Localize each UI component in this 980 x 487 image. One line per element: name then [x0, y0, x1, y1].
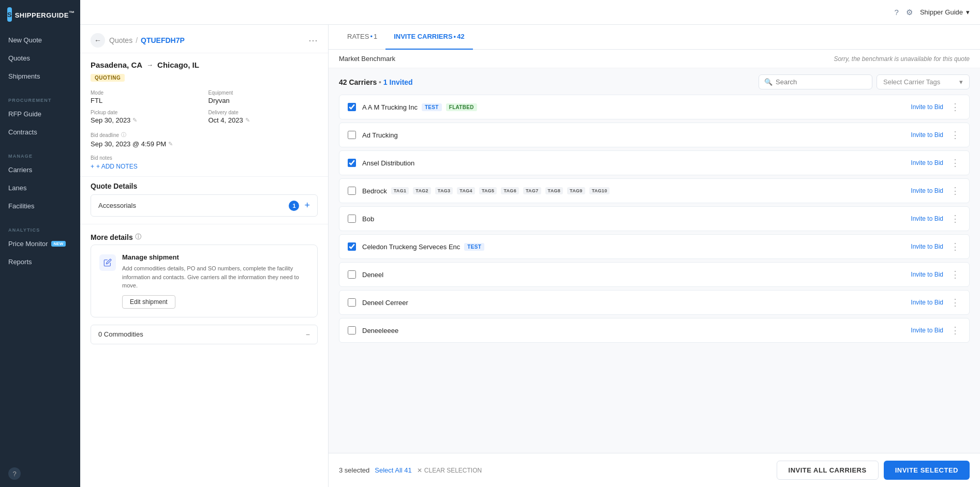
app-logo-text: SHIPPERGUIDE™ — [15, 10, 75, 19]
invite-to-bid-button[interactable]: Invite to Bid — [911, 159, 943, 166]
nav-procurement-section: PROCUREMENT RFP Guide Contracts — [0, 88, 80, 144]
invite-to-bid-button[interactable]: Invite to Bid — [911, 299, 943, 306]
user-menu[interactable]: Shipper Guide ▾ — [920, 8, 970, 16]
carrier-checkbox[interactable] — [348, 270, 356, 279]
bottom-actions: INVITE ALL CARRIERS INVITE SELECTED — [777, 461, 970, 480]
carrier-more-button[interactable]: ⋮ — [949, 129, 961, 141]
carrier-tags-dropdown[interactable]: Select Carrier Tags ▾ — [877, 74, 970, 89]
user-name: Shipper Guide — [920, 8, 963, 16]
sidebar-item-reports[interactable]: Reports — [0, 253, 80, 271]
breadcrumb: Quotes / QTUEFDH7P — [109, 36, 185, 44]
bid-deadline-label: Bid deadline ⓘ — [91, 131, 126, 139]
benchmark-unavailable-text: Sorry, the benchmark is unavailable for … — [834, 55, 970, 63]
invite-all-carriers-button[interactable]: INVITE ALL CARRIERS — [777, 461, 879, 480]
carrier-more-button[interactable]: ⋮ — [949, 297, 961, 308]
search-input[interactable] — [776, 78, 867, 86]
delivery-label: Delivery date — [209, 110, 318, 115]
sidebar-item-price-monitor[interactable]: Price Monitor NEW — [0, 235, 80, 253]
carrier-checkbox[interactable] — [348, 187, 356, 195]
quote-more-button[interactable]: ⋯ — [308, 35, 318, 46]
invite-to-bid-button[interactable]: Invite to Bid — [911, 187, 943, 194]
carrier-checkbox[interactable] — [348, 326, 356, 334]
carrier-tag-generic: TAG1 — [391, 187, 409, 194]
search-box[interactable]: 🔍 — [759, 74, 872, 89]
tab-rates[interactable]: RATES • 1 — [339, 25, 385, 50]
carrier-more-button[interactable]: ⋮ — [949, 269, 961, 280]
invite-to-bid-button[interactable]: Invite to Bid — [911, 271, 943, 278]
nav-analytics-label: ANALYTICS — [0, 221, 80, 235]
carrier-more-button[interactable]: ⋮ — [949, 241, 961, 252]
select-all-button[interactable]: Select All 41 — [375, 466, 412, 474]
invite-to-bid-button[interactable]: Invite to Bid — [911, 215, 943, 222]
tab-rates-label: RATES — [347, 33, 369, 40]
nav-manage-section: MANAGE Carriers Lanes Facilities — [0, 144, 80, 218]
accessorials-count: 1 — [289, 201, 299, 211]
invite-to-bid-button[interactable]: Invite to Bid — [911, 103, 943, 111]
pencil-icon — [99, 254, 116, 271]
invite-selected-button[interactable]: INVITE SELECTED — [884, 461, 970, 480]
sidebar-item-quotes[interactable]: Quotes — [0, 49, 80, 67]
invite-to-bid-button[interactable]: Invite to Bid — [911, 243, 943, 250]
sidebar-item-shipments[interactable]: Shipments — [0, 67, 80, 85]
invite-to-bid-button[interactable]: Invite to Bid — [911, 327, 943, 334]
invite-to-bid-button[interactable]: Invite to Bid — [911, 131, 943, 139]
breadcrumb-parent[interactable]: Quotes — [109, 36, 132, 44]
carrier-checkbox[interactable] — [348, 131, 356, 139]
carrier-checkbox[interactable] — [348, 242, 356, 251]
bid-deadline-edit-icon[interactable]: ✎ — [168, 141, 173, 147]
carrier-name: BedrockTAG1TAG2TAG3TAG4TAG5TAG6TAG7TAG8T… — [362, 187, 904, 195]
sidebar-bottom: ? — [0, 460, 80, 487]
equipment-detail: Equipment Dryvan — [209, 90, 318, 104]
carrier-name: A A M Trucking IncTESTFLATBED — [362, 103, 904, 111]
carrier-list: A A M Trucking IncTESTFLATBEDInvite to B… — [329, 95, 980, 453]
sidebar-item-new-quote[interactable]: New Quote — [0, 31, 80, 49]
main-area: ? ⚙ Shipper Guide ▾ ← Quotes / QTUEFDH7P… — [80, 0, 980, 487]
add-notes-button[interactable]: + + ADD NOTES — [91, 163, 318, 170]
settings-icon[interactable]: ⚙ — [906, 8, 913, 17]
accessorials-add-button[interactable]: + — [304, 200, 310, 211]
clear-x-icon: ✕ — [417, 467, 422, 474]
carrier-checkbox[interactable] — [348, 215, 356, 223]
tags-dropdown-chevron-icon: ▾ — [959, 78, 963, 86]
sidebar-item-contracts[interactable]: Contracts — [0, 123, 80, 141]
carrier-checkbox[interactable] — [348, 103, 356, 111]
edit-shipment-button[interactable]: Edit shipment — [122, 295, 175, 309]
sidebar: S SHIPPERGUIDE™ New Quote Quotes Shipmen… — [0, 0, 80, 487]
app-logo-icon: S — [7, 7, 12, 22]
sidebar-item-carriers[interactable]: Carriers — [0, 161, 80, 179]
mode-value: FTL — [91, 97, 200, 104]
breadcrumb-separator: / — [136, 36, 138, 44]
sidebar-item-rfp-guide[interactable]: RFP Guide — [0, 105, 80, 123]
carrier-more-button[interactable]: ⋮ — [949, 325, 961, 336]
tab-rates-count: 1 — [374, 33, 377, 40]
carrier-more-button[interactable]: ⋮ — [949, 213, 961, 224]
content-area: ← Quotes / QTUEFDH7P ⋯ Pasadena, CA → Ch… — [80, 25, 980, 487]
help-topbar-icon[interactable]: ? — [895, 8, 899, 17]
sidebar-item-facilities[interactable]: Facilities — [0, 197, 80, 215]
carrier-more-button[interactable]: ⋮ — [949, 101, 961, 113]
carriers-header: 42 Carriers • 1 Invited 🔍 Select Carrier… — [329, 68, 980, 95]
carrier-more-button[interactable]: ⋮ — [949, 185, 961, 196]
carriers-filters: 🔍 Select Carrier Tags ▾ — [759, 74, 970, 89]
carrier-name: Bob — [362, 215, 904, 223]
carrier-checkbox[interactable] — [348, 159, 356, 167]
benchmark-label: Market Benchmark — [339, 55, 395, 63]
back-button[interactable]: ← — [91, 33, 105, 48]
equipment-label: Equipment — [209, 90, 318, 96]
carrier-checkbox[interactable] — [348, 298, 356, 307]
manage-shipment-body: Add commodities details, PO and SO numbe… — [122, 264, 309, 290]
carrier-tag-flatbed: FLATBED — [446, 103, 477, 111]
help-icon[interactable]: ? — [8, 467, 21, 480]
commodities-collapse-button[interactable]: − — [306, 330, 310, 339]
clear-selection-button[interactable]: ✕ CLEAR SELECTION — [417, 467, 482, 474]
tab-invite-carriers[interactable]: INVITE CARRIERS • 42 — [385, 25, 472, 50]
pickup-edit-icon[interactable]: ✎ — [132, 117, 137, 124]
carrier-tag-test: TEST — [464, 243, 484, 251]
delivery-edit-icon[interactable]: ✎ — [245, 117, 250, 124]
bid-deadline-value: Sep 30, 2023 @ 4:59 PM ✎ — [91, 140, 173, 148]
accessorials-label: Accessorials — [98, 202, 136, 209]
sidebar-item-lanes[interactable]: Lanes — [0, 179, 80, 197]
carrier-name: Celedon Truckeng Serveces EncTEST — [362, 243, 904, 251]
left-header: ← Quotes / QTUEFDH7P ⋯ — [80, 25, 328, 53]
carrier-more-button[interactable]: ⋮ — [949, 157, 961, 169]
